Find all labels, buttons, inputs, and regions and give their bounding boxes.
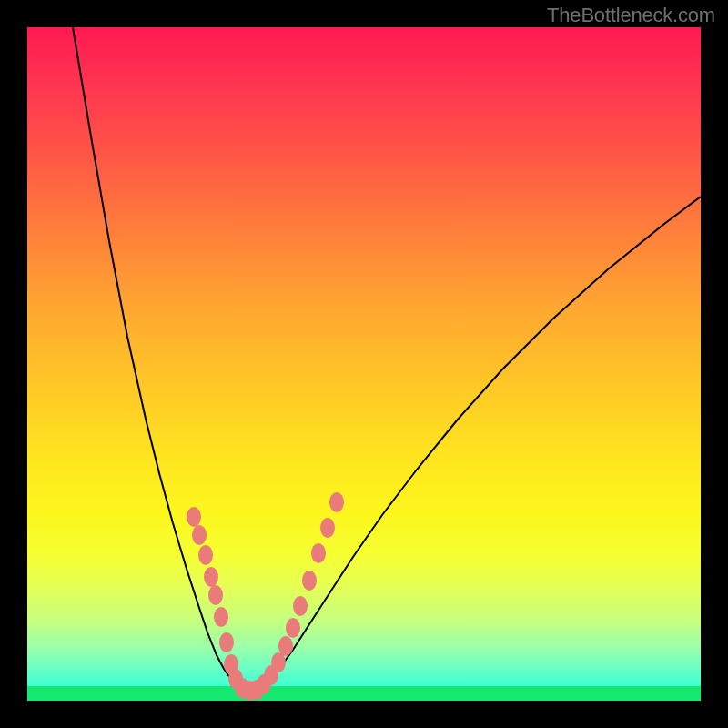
data-dot — [293, 596, 308, 616]
data-dot — [311, 543, 326, 563]
data-dot — [329, 492, 344, 512]
data-dot — [286, 618, 300, 638]
data-dot — [192, 525, 207, 545]
data-dot — [219, 632, 234, 652]
watermark-text: TheBottleneck.com — [547, 4, 715, 27]
data-dot — [208, 585, 223, 605]
data-dot — [214, 607, 228, 627]
data-dot — [187, 507, 201, 527]
curve-right-branch — [246, 197, 701, 692]
data-dot — [278, 636, 293, 656]
chart-overlay — [27, 27, 701, 701]
data-dot — [302, 571, 317, 591]
data-dot — [204, 567, 218, 587]
data-dot — [320, 518, 335, 538]
chart-frame — [27, 27, 701, 701]
data-dot — [198, 545, 213, 565]
data-dots — [187, 492, 344, 701]
